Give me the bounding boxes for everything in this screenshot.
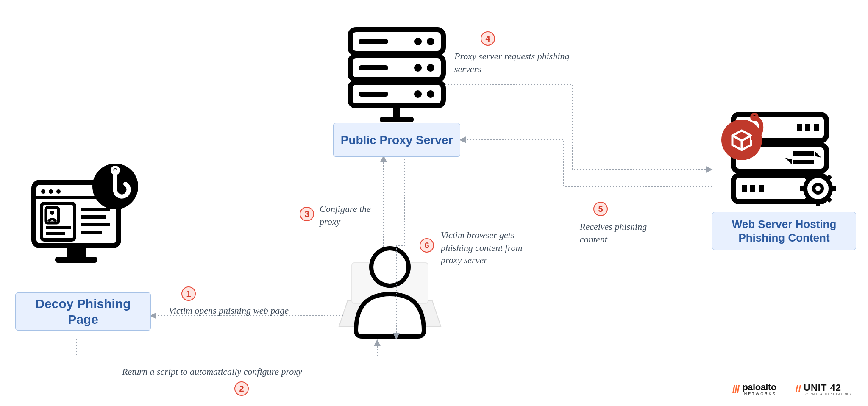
unit42-subtext: BY PALO ALTO NETWORKS <box>804 392 851 395</box>
svg-rect-8 <box>46 208 58 223</box>
victim-icon <box>339 248 441 336</box>
svg-rect-37 <box>814 124 819 131</box>
web-server-icon <box>721 114 836 206</box>
svg-line-50 <box>826 197 831 201</box>
step-badge-1: 1 <box>181 286 196 301</box>
svg-point-27 <box>427 64 434 72</box>
step-text-6: Victim browser gets phishing content fro… <box>441 229 526 267</box>
svg-point-54 <box>751 114 757 120</box>
svg-point-16 <box>92 164 138 209</box>
svg-rect-33 <box>733 145 826 171</box>
svg-point-24 <box>414 38 422 45</box>
svg-marker-38 <box>815 151 821 158</box>
svg-rect-22 <box>359 65 388 70</box>
svg-point-43 <box>805 176 831 201</box>
arrow-step-4 <box>445 85 712 170</box>
svg-point-29 <box>427 90 434 98</box>
svg-point-4 <box>49 189 53 194</box>
svg-point-56 <box>371 248 409 286</box>
step-text-5: Receives phishing content <box>580 220 673 245</box>
svg-rect-21 <box>359 39 388 44</box>
footer-branding: /// paloalto NETWORKS // UNIT 42 BY PALO… <box>732 381 851 398</box>
svg-point-28 <box>414 90 422 98</box>
svg-point-3 <box>41 189 45 194</box>
svg-point-26 <box>414 64 422 72</box>
paloalto-wordmark: paloalto <box>742 383 776 392</box>
unit42-mark-icon: // <box>796 383 801 395</box>
svg-rect-30 <box>393 106 400 118</box>
svg-point-9 <box>50 211 54 215</box>
svg-line-52 <box>826 176 831 180</box>
svg-point-53 <box>721 120 762 160</box>
svg-rect-23 <box>359 92 388 97</box>
svg-point-44 <box>814 184 822 193</box>
step-badge-5: 5 <box>593 202 608 216</box>
svg-rect-18 <box>350 30 443 53</box>
svg-rect-19 <box>350 56 443 80</box>
svg-rect-20 <box>350 82 443 106</box>
svg-marker-39 <box>785 158 792 164</box>
step-badge-2: 2 <box>234 381 249 396</box>
svg-line-51 <box>805 197 810 201</box>
svg-rect-15 <box>81 231 102 234</box>
step-badge-4: 4 <box>481 31 495 46</box>
svg-rect-36 <box>805 124 810 131</box>
svg-rect-34 <box>733 175 826 202</box>
paloalto-mark-icon: /// <box>732 383 739 396</box>
svg-rect-40 <box>742 185 747 192</box>
unit42-wordmark: UNIT 42 <box>804 383 851 392</box>
svg-point-5 <box>56 189 61 194</box>
svg-point-17 <box>112 167 119 174</box>
node-web-server-hosting: Web Server Hosting Phishing Content <box>712 212 856 250</box>
step-badge-6: 6 <box>420 238 434 253</box>
svg-rect-2 <box>55 257 97 263</box>
decoy-page-icon <box>34 164 138 263</box>
svg-rect-31 <box>380 117 414 122</box>
footer-divider <box>786 381 786 398</box>
svg-rect-35 <box>797 124 802 131</box>
svg-rect-32 <box>733 114 826 141</box>
svg-rect-7 <box>42 203 75 240</box>
svg-point-25 <box>427 38 434 45</box>
svg-rect-41 <box>750 185 755 192</box>
svg-rect-1 <box>67 246 86 257</box>
step-text-4: Proxy server requests phishing servers <box>454 50 581 75</box>
proxy-server-icon <box>350 30 443 122</box>
svg-rect-10 <box>46 226 71 229</box>
arrow-step-6 <box>396 156 405 339</box>
logo-unit42: // UNIT 42 BY PALO ALTO NETWORKS <box>796 383 851 395</box>
paloalto-subtext: NETWORKS <box>742 392 776 396</box>
node-public-proxy-server: Public Proxy Server <box>333 123 460 157</box>
svg-rect-11 <box>46 232 65 235</box>
svg-rect-42 <box>759 185 764 192</box>
step-text-2: Return a script to automatically configu… <box>122 365 302 378</box>
svg-rect-13 <box>81 215 106 219</box>
step-text-3: Configure the proxy <box>320 203 375 228</box>
arrow-step-2 <box>76 339 377 356</box>
svg-line-49 <box>805 176 810 180</box>
node-decoy-phishing-page: Decoy Phishing Page <box>15 292 151 331</box>
step-badge-3: 3 <box>300 207 314 221</box>
arrow-step-5 <box>460 140 712 186</box>
step-text-1: Victim opens phishing web page <box>169 304 289 317</box>
svg-rect-0 <box>34 182 119 246</box>
svg-rect-55 <box>352 263 428 303</box>
diagram-canvas: .flow { fill:none; stroke:#9aa2ad; strok… <box>0 0 868 406</box>
logo-paloalto: /// paloalto NETWORKS <box>732 383 776 396</box>
svg-rect-12 <box>81 208 110 211</box>
svg-rect-14 <box>81 223 110 226</box>
